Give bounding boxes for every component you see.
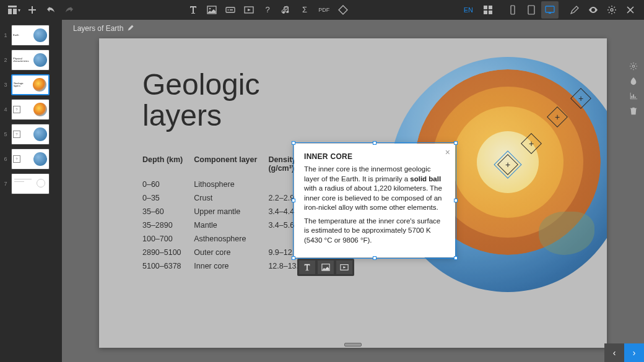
canvas-area: Layers of Earth Geologiclayers Depth (km… <box>62 20 644 362</box>
col-header-component: Component layer <box>194 153 268 178</box>
popup-paragraph: The inner core is the innermost geologic… <box>304 165 445 213</box>
slide-thumbnail-1[interactable]: Earth <box>11 25 50 46</box>
table-row: 35–60Upper mantle3.4–4.4 <box>142 205 314 218</box>
mini-image-button[interactable] <box>318 261 334 274</box>
top-toolbar: ▾ ? Σ PDF EN <box>0 0 644 20</box>
slide-thumbnail-4[interactable]: ? <box>11 99 50 120</box>
insert-formula-button[interactable]: Σ <box>296 1 313 19</box>
svg-rect-16 <box>489 11 492 14</box>
table-row: 35–2890Mantle3.4–5.6 <box>142 218 314 232</box>
slide-thumbnail-5[interactable]: ? <box>11 124 50 145</box>
insert-shape-button[interactable] <box>334 1 352 19</box>
preview-button[interactable] <box>585 1 602 19</box>
delete-button[interactable] <box>627 104 640 118</box>
svg-rect-13 <box>484 6 487 9</box>
stats-button[interactable] <box>627 89 640 103</box>
thumb-number: 2 <box>2 57 9 63</box>
insert-image-button[interactable] <box>203 1 220 19</box>
svg-rect-7 <box>230 9 233 11</box>
desktop-preview-button[interactable] <box>541 1 559 19</box>
slide-title[interactable]: Geologiclayers <box>142 69 259 132</box>
insert-button-button[interactable] <box>222 1 239 19</box>
export-pdf-button[interactable]: PDF <box>315 1 333 19</box>
prev-slide-button[interactable]: ‹ <box>604 343 624 362</box>
popup-close-button[interactable]: × <box>445 147 450 157</box>
svg-rect-0 <box>8 6 17 7</box>
table-row: 0–35Crust2.2–2.9 <box>142 191 314 205</box>
draw-button[interactable] <box>566 1 583 19</box>
svg-text:Σ: Σ <box>302 5 307 14</box>
svg-rect-14 <box>489 6 492 9</box>
grid-view-button[interactable] <box>479 1 497 19</box>
thumb-number: 1 <box>2 32 9 38</box>
svg-point-24 <box>632 65 635 67</box>
insert-audio-button[interactable] <box>277 1 295 19</box>
redo-button[interactable] <box>61 1 78 19</box>
presentation-title: Layers of Earth <box>73 24 123 33</box>
layout-menu-button[interactable]: ▾ <box>5 1 22 19</box>
table-row: 5100–6378Inner core12.8–13.1 <box>142 259 314 273</box>
thumb-number: 3 <box>2 82 9 88</box>
svg-rect-2 <box>13 9 17 14</box>
svg-rect-19 <box>546 6 554 12</box>
tablet-preview-button[interactable] <box>523 1 540 19</box>
svg-point-10 <box>282 11 285 14</box>
thumb-number: 7 <box>2 181 9 187</box>
annotation-popup[interactable]: × INNER CORE The inner core is the inner… <box>294 144 455 257</box>
insert-question-button[interactable]: ? <box>259 1 276 19</box>
svg-point-21 <box>611 9 613 11</box>
right-side-tools <box>627 59 640 118</box>
slide-thumbnail-3[interactable]: Geologic layers <box>11 74 50 95</box>
svg-rect-17 <box>511 6 515 14</box>
slide-thumbnail-7[interactable] <box>11 173 50 194</box>
table-row: 100–700Asthenosphere <box>142 232 314 246</box>
svg-point-4 <box>209 8 211 10</box>
next-slide-button[interactable]: › <box>624 343 644 362</box>
slide-thumbnail-2[interactable]: Physical characteristics <box>11 50 50 71</box>
popup-paragraph: The temperature at the inner core's surf… <box>304 217 445 246</box>
close-button[interactable] <box>622 1 639 19</box>
settings-button[interactable] <box>603 1 620 19</box>
mini-text-button[interactable] <box>299 261 315 274</box>
slide-resize-handle[interactable] <box>344 343 362 347</box>
properties-button[interactable] <box>627 59 640 73</box>
svg-rect-15 <box>484 11 487 14</box>
table-row: 0–60Lithosphere <box>142 178 314 191</box>
selection-mini-toolbar <box>297 259 354 276</box>
slide-canvas[interactable]: Geologiclayers Depth (km) Component laye… <box>99 38 607 348</box>
slide-nav-arrows: ‹ › <box>604 343 644 362</box>
thumb-number: 5 <box>2 131 9 137</box>
svg-rect-1 <box>8 9 12 14</box>
undo-button[interactable] <box>42 1 59 19</box>
col-header-depth: Depth (km) <box>142 153 194 178</box>
slide-thumbnail-6[interactable]: ? <box>11 149 50 170</box>
edit-title-button[interactable] <box>127 24 134 33</box>
svg-point-11 <box>287 11 289 13</box>
phone-preview-button[interactable] <box>504 1 521 19</box>
language-selector[interactable]: EN <box>459 6 478 14</box>
color-button[interactable] <box>627 74 640 88</box>
popup-title: INNER CORE <box>304 152 445 161</box>
slide-data-table[interactable]: Depth (km) Component layer Density (g/cm… <box>142 153 314 273</box>
svg-point-6 <box>228 9 229 11</box>
svg-rect-20 <box>549 12 551 14</box>
svg-text:?: ? <box>266 5 270 14</box>
add-button[interactable] <box>24 1 41 19</box>
thumb-number: 4 <box>2 106 9 113</box>
insert-video-button[interactable] <box>240 1 258 19</box>
slide-thumbnails-panel: 1Earth 2Physical characteristics 3Geolog… <box>0 20 62 362</box>
table-row: 2890–5100Outer core9.9–12.2 <box>142 246 314 259</box>
svg-rect-18 <box>528 6 534 14</box>
thumb-number: 6 <box>2 156 9 162</box>
mini-video-button[interactable] <box>336 261 352 274</box>
insert-text-button[interactable] <box>185 1 202 19</box>
